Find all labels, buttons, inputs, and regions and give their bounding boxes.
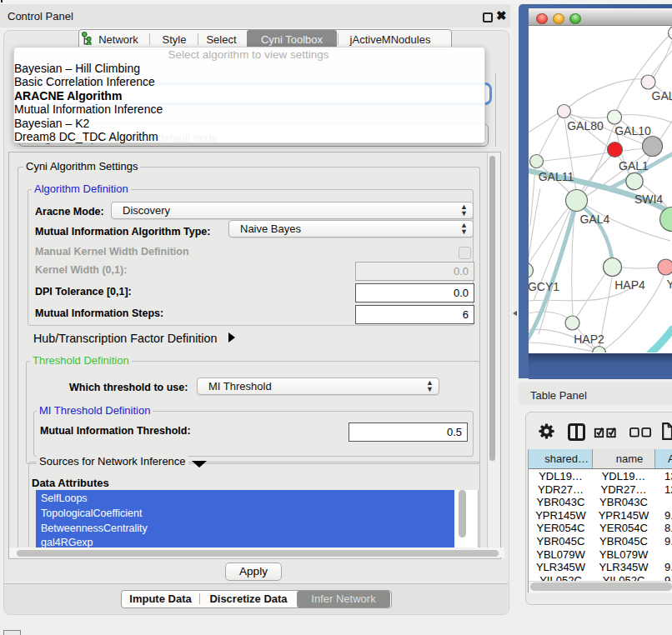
svg-text:GAL1: GAL1 xyxy=(619,159,649,172)
svg-text:HAP4: HAP4 xyxy=(614,278,645,292)
svg-text:GCY1: GCY1 xyxy=(529,280,559,293)
svg-text:HAP2: HAP2 xyxy=(574,332,604,346)
svg-text:GAL11: GAL11 xyxy=(539,170,574,183)
svg-text:GAL7: GAL7 xyxy=(652,89,672,102)
svg-text:SWI4: SWI4 xyxy=(634,192,663,206)
svg-text:GAL80: GAL80 xyxy=(567,119,604,132)
svg-text:GAL4: GAL4 xyxy=(579,212,609,226)
svg-text:Y: Y xyxy=(667,278,672,291)
svg-text:GAL10: GAL10 xyxy=(614,124,651,138)
